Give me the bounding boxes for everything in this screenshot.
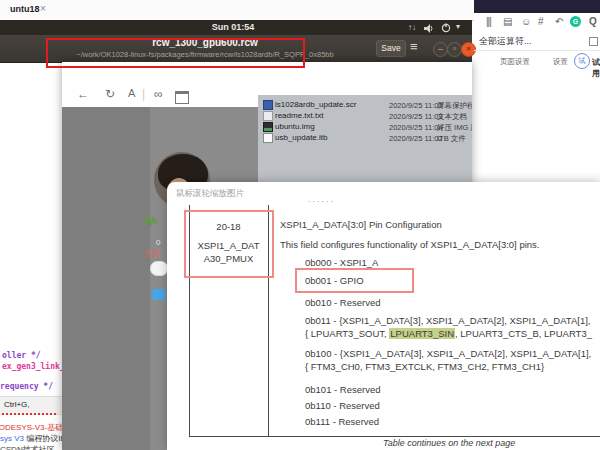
file-name: readme.txt.txt <box>275 111 323 120</box>
file-type: 好压 IMG 压缩文件 <box>437 123 472 133</box>
back-icon[interactable]: ← <box>77 87 89 101</box>
divider <box>474 50 600 51</box>
save-button[interactable]: Save <box>376 40 406 57</box>
browser-titlebar <box>474 0 600 13</box>
share-weibo-icon[interactable] <box>152 289 165 300</box>
trial-text: 试用 <box>592 57 600 79</box>
suggestion-item[interactable]: sys V3 编程协议IE <box>0 433 62 444</box>
code-line: oller */ <box>2 351 41 360</box>
profile-count: 0 <box>156 238 160 247</box>
img-file-icon <box>263 122 273 132</box>
host-tab-strip <box>0 0 474 21</box>
itb-file-icon <box>263 133 273 143</box>
page-tool-settings[interactable]: 设置 <box>553 57 568 67</box>
hamburger-menu-icon[interactable]: ≡ <box>410 39 418 54</box>
library-icon[interactable]: ||| <box>486 16 491 27</box>
value-text: , LPUART3_CTS_B, LPUART3_ <box>455 328 592 339</box>
refresh-icon[interactable]: ↻ <box>105 87 115 101</box>
txt-file-icon <box>263 111 273 121</box>
zoom-tooltip: 鼠标滚轮缩放图片 <box>176 188 244 200</box>
file-row[interactable]: ls1028ardb_update.scr 2020/9/25 11:03 屏幕… <box>258 99 472 110</box>
table-footer-note: Table continues on the next page <box>383 438 515 448</box>
page-tool-1[interactable]: 页面设置 <box>500 57 530 67</box>
scr-file-icon <box>263 100 273 110</box>
file-type: 屏幕保护程序 <box>437 101 472 111</box>
bookmark-box-icon[interactable] <box>589 37 598 46</box>
zoom-icon[interactable]: Q <box>589 16 597 27</box>
underlying-page-left-column: oller */ ex_gen3_link_ requency */ Ctrl+… <box>0 340 62 450</box>
image-preview-dialog: 鼠标滚轮缩放图片 ...... 20-18 XSPI1_A_DAT A30_PM… <box>167 182 600 450</box>
suggestion-text: 编程协议IE <box>24 434 62 443</box>
code-line: requency */ <box>0 382 53 391</box>
file-date: 2020/9/25 11:02 <box>389 134 443 143</box>
toolbar-divider: | <box>142 87 145 101</box>
file-row[interactable]: usb_update.itb 2020/9/25 11:02 ITB 文件 <box>258 132 472 143</box>
profile-username[interactable]: djh <box>144 216 158 226</box>
table-value: 0b101 - Reserved <box>305 384 381 395</box>
spellcheck-squiggle <box>2 413 58 415</box>
annotation-rect-title <box>46 38 305 68</box>
table-config-title: XSPI1_A_DATA[3:0] Pin Configuration <box>280 219 442 230</box>
file-type: 文本文档 <box>437 112 467 122</box>
minimize-button[interactable]: – <box>433 42 448 57</box>
table-value: { LPUART3_SOUT, LPUART3_SIN, LPUART3_CTS… <box>305 328 592 339</box>
suggestion-item[interactable]: CODESYS-V3-基础 <box>0 422 62 433</box>
file-list-panel: ls1028ardb_update.scr 2020/9/25 11:03 屏幕… <box>258 95 472 182</box>
search-text: Ctrl+G, <box>4 400 30 409</box>
value-text: { LPUART3_SOUT, <box>305 328 389 339</box>
profile-home-link[interactable]: 主页 <box>144 248 160 259</box>
table-value: 0b011 - {XSPI1_A_DATA[3], XSPI1_A_DATA[2… <box>305 315 591 326</box>
table-value: 0b100 - {XSPI1_A_DATA[3], XSPI1_A_DATA[2… <box>305 348 591 359</box>
cropped-row-ellipsis: ...... <box>308 194 335 204</box>
account-icon[interactable]: ☺ <box>521 16 531 27</box>
table-config-desc: This field configures functionality of X… <box>280 239 539 250</box>
file-date: 2020/9/25 11:03 <box>389 101 443 110</box>
table-value: 0b111 - Reserved <box>305 416 379 427</box>
file-name: usb_update.itb <box>275 133 328 142</box>
file-type: ITB 文件 <box>437 134 466 144</box>
table-value: { FTM3_CH0, FTM3_EXTCLK, FTM3_CH2, FTM3_… <box>305 361 544 372</box>
file-date: 2020/9/25 11:04 <box>389 123 443 132</box>
screenshot-icon[interactable]: # <box>538 16 544 27</box>
undo-icon[interactable]: ↶ <box>555 16 563 27</box>
table-value: 0b000 - XSPI1_A <box>305 257 378 268</box>
file-name: ls1028ardb_update.scr <box>275 100 356 109</box>
file-row[interactable]: ubuntu.img 2020/9/25 11:04 好压 IMG 压缩文件 <box>258 121 472 132</box>
screen: oller */ ex_gen3_link_ requency */ Ctrl+… <box>0 0 600 450</box>
file-name: ubuntu.img <box>275 122 315 131</box>
power-icon[interactable] <box>441 23 451 33</box>
album-icon[interactable] <box>175 91 189 104</box>
chevron-down-icon[interactable]: ▾ <box>456 22 460 31</box>
table-border-bottom <box>189 436 600 437</box>
text-tool-icon[interactable]: A <box>128 87 135 99</box>
code-line: ex_gen3_link_ <box>2 362 62 371</box>
file-row[interactable]: readme.txt.txt 2020/9/25 11:03 文本文档 <box>258 110 472 121</box>
table-value: 0b110 - Reserved <box>305 400 380 411</box>
link-icon[interactable]: ∞ <box>154 87 163 101</box>
table-value: 0b010 - Reserved <box>305 297 381 308</box>
sidebar-icon[interactable]: ▤ <box>503 16 512 27</box>
maximize-button[interactable]: ▫ <box>447 42 462 57</box>
profile-button[interactable] <box>150 261 168 276</box>
suggestion-item[interactable]: CSDN技术社区 <box>0 444 55 450</box>
clock[interactable]: Sun 01:54 <box>173 22 293 32</box>
trial-badge[interactable]: 试 <box>574 53 590 69</box>
tab-ubuntu18[interactable]: untu18 <box>10 4 40 14</box>
annotation-rect-gpio <box>295 268 414 293</box>
volume-icon[interactable] <box>424 24 434 33</box>
omnibox-text[interactable]: 全部运算符... <box>479 35 532 48</box>
highlighted-signal: LPUART3_SIN <box>389 328 455 339</box>
dimmed-overlay-dark <box>62 107 150 450</box>
network-icon[interactable]: ↑↓ <box>408 23 416 32</box>
grammarly-icon[interactable]: G <box>570 16 581 27</box>
annotation-rect-field-cell <box>184 210 274 278</box>
suggestion-highlight: sys V3 <box>0 434 24 443</box>
file-date: 2020/9/25 11:03 <box>389 112 443 121</box>
tab-close-icon[interactable]: × <box>40 3 46 14</box>
